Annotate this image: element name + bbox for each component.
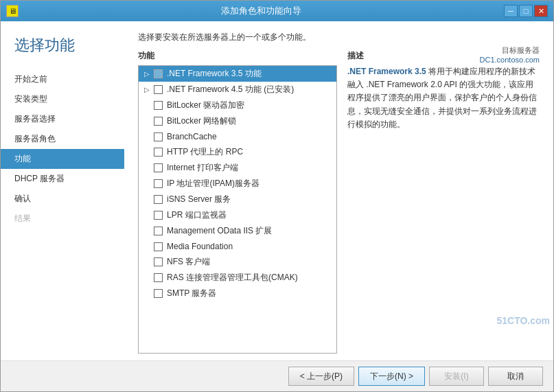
- main-content: 选择要安装在所选服务器上的一个或多个功能。 功能 ▷ .NET Framewor…: [124, 21, 553, 360]
- feature-item-http-rpc[interactable]: HTTP 代理上的 RPC: [139, 144, 336, 160]
- nav-item-before-start[interactable]: 开始之前: [1, 69, 124, 89]
- features-label: 功能: [138, 50, 337, 62]
- feature-item-net35[interactable]: ▷ .NET Framework 3.5 功能: [139, 66, 336, 82]
- nav-item-result: 结果: [1, 209, 124, 229]
- checkbox-lpr[interactable]: [154, 211, 163, 220]
- checkbox-net35[interactable]: [154, 69, 163, 78]
- cancel-button[interactable]: 取消: [488, 367, 543, 386]
- install-button[interactable]: 安装(I): [429, 367, 484, 386]
- title-bar: 🖥 添加角色和功能向导 ─ □ ✕: [1, 1, 553, 21]
- sidebar: 选择功能 开始之前 安装类型 服务器选择 服务器角色 功能 DHCP 服务器 确…: [1, 21, 124, 360]
- window-inner: 目标服务器 DC1.contoso.com 选择功能 开始之前 安装类型 服务器…: [1, 21, 553, 360]
- feature-item-net45[interactable]: ▷ .NET Framework 4.5 功能 (已安装): [139, 82, 336, 97]
- next-button[interactable]: 下一步(N) >: [358, 367, 425, 386]
- checkbox-media-foundation[interactable]: [154, 242, 163, 251]
- target-server-value: DC1.contoso.com: [480, 56, 540, 64]
- main-description: 选择要安装在所选服务器上的一个或多个功能。: [138, 32, 540, 43]
- expand-icon-net35: ▷: [142, 69, 152, 79]
- maximize-button[interactable]: □: [519, 5, 533, 17]
- checkbox-management-odata[interactable]: [154, 227, 163, 235]
- feature-item-ipam[interactable]: IP 地址管理(IPAM)服务器: [139, 176, 336, 192]
- feature-item-media-foundation[interactable]: Media Foundation: [139, 239, 336, 254]
- feature-label-lpr: LPR 端口监视器: [167, 209, 227, 221]
- description-panel: 描述 .NET Framework 3.5 将用于构建应用程序的新技术融入 .N…: [347, 50, 540, 354]
- content-area: 选择功能 开始之前 安装类型 服务器选择 服务器角色 功能 DHCP 服务器 确…: [1, 21, 553, 360]
- feature-label-net35: .NET Framework 3.5 功能: [167, 68, 262, 80]
- feature-item-nfs-client[interactable]: NFS 客户端: [139, 254, 336, 270]
- feature-label-net45: .NET Framework 4.5 功能 (已安装): [167, 84, 294, 95]
- feature-label-ipam: IP 地址管理(IPAM)服务器: [167, 178, 259, 189]
- minimize-button[interactable]: ─: [504, 5, 518, 17]
- feature-item-branchcache[interactable]: BranchCache: [139, 129, 336, 144]
- feature-item-bitlocker-drive[interactable]: BitLocker 驱动器加密: [139, 97, 336, 113]
- feature-item-ras-cmak[interactable]: RAS 连接管理器管理工具包(CMAK): [139, 270, 336, 286]
- nav-item-confirm[interactable]: 确认: [1, 189, 124, 209]
- checkbox-internet-print[interactable]: [154, 163, 163, 172]
- checkbox-http-rpc[interactable]: [154, 148, 163, 157]
- checkbox-branchcache[interactable]: [154, 132, 163, 141]
- window-icon: 🖥: [6, 5, 19, 17]
- nav-list: 开始之前 安装类型 服务器选择 服务器角色 功能 DHCP 服务器 确认 结果: [1, 69, 124, 229]
- feature-item-isns[interactable]: iSNS Server 服务: [139, 192, 336, 207]
- feature-label-bitlocker-net: BitLocker 网络解锁: [167, 115, 236, 127]
- window-title: 添加角色和功能向导: [19, 5, 504, 17]
- checkbox-isns[interactable]: [154, 195, 163, 204]
- feature-item-lpr[interactable]: LPR 端口监视器: [139, 207, 336, 223]
- content-columns: 功能 ▷ .NET Framework 3.5 功能 ▷: [138, 50, 540, 354]
- feature-label-ras-cmak: RAS 连接管理器管理工具包(CMAK): [167, 272, 298, 284]
- bottom-bar: < 上一步(P) 下一步(N) > 安装(I) 取消: [1, 360, 553, 391]
- nav-item-features[interactable]: 功能: [1, 149, 124, 169]
- checkbox-ras-cmak[interactable]: [154, 273, 163, 282]
- target-server-info: 目标服务器 DC1.contoso.com: [480, 45, 540, 64]
- page-heading: 选择功能: [1, 35, 124, 69]
- description-content: .NET Framework 3.5 将用于构建应用程序的新技术融入 .NET …: [347, 65, 540, 131]
- features-list-container[interactable]: ▷ .NET Framework 3.5 功能 ▷ .NET Framework…: [138, 65, 337, 354]
- desc-strong: .NET Framework 3.5: [347, 67, 426, 76]
- feature-item-bitlocker-net[interactable]: BitLocker 网络解锁: [139, 113, 336, 129]
- checkbox-ipam[interactable]: [154, 179, 163, 188]
- feature-label-management-odata: Management OData IIS 扩展: [167, 225, 272, 237]
- feature-item-management-odata[interactable]: Management OData IIS 扩展: [139, 223, 336, 239]
- feature-label-smtp: SMTP 服务器: [167, 288, 216, 299]
- checkbox-net45[interactable]: [154, 85, 163, 94]
- feature-label-internet-print: Internet 打印客户端: [167, 162, 238, 174]
- close-button[interactable]: ✕: [534, 5, 548, 17]
- expand-icon-net45: ▷: [142, 85, 152, 95]
- nav-item-server-roles[interactable]: 服务器角色: [1, 129, 124, 149]
- checkbox-nfs-client[interactable]: [154, 257, 163, 266]
- feature-item-smtp[interactable]: SMTP 服务器: [139, 286, 336, 301]
- target-server-label: 目标服务器: [480, 45, 540, 56]
- checkbox-bitlocker-drive[interactable]: [154, 101, 163, 110]
- features-panel: 功能 ▷ .NET Framework 3.5 功能 ▷: [138, 50, 337, 354]
- nav-item-install-type[interactable]: 安装类型: [1, 89, 124, 109]
- window-controls: ─ □ ✕: [504, 5, 548, 17]
- feature-label-nfs-client: NFS 客户端: [167, 256, 210, 268]
- feature-label-bitlocker-drive: BitLocker 驱动器加密: [167, 100, 244, 111]
- main-window: 🖥 添加角色和功能向导 ─ □ ✕ 目标服务器 DC1.contoso.com …: [0, 0, 554, 392]
- feature-label-http-rpc: HTTP 代理上的 RPC: [167, 146, 243, 158]
- feature-label-media-foundation: Media Foundation: [167, 242, 233, 251]
- feature-label-branchcache: BranchCache: [167, 132, 217, 141]
- nav-item-dhcp[interactable]: DHCP 服务器: [1, 169, 124, 189]
- checkbox-bitlocker-net[interactable]: [154, 117, 163, 126]
- checkbox-smtp[interactable]: [154, 289, 163, 298]
- feature-item-internet-print[interactable]: Internet 打印客户端: [139, 160, 336, 176]
- nav-item-server-select[interactable]: 服务器选择: [1, 109, 124, 129]
- back-button[interactable]: < 上一步(P): [288, 367, 354, 386]
- feature-label-isns: iSNS Server 服务: [167, 194, 231, 205]
